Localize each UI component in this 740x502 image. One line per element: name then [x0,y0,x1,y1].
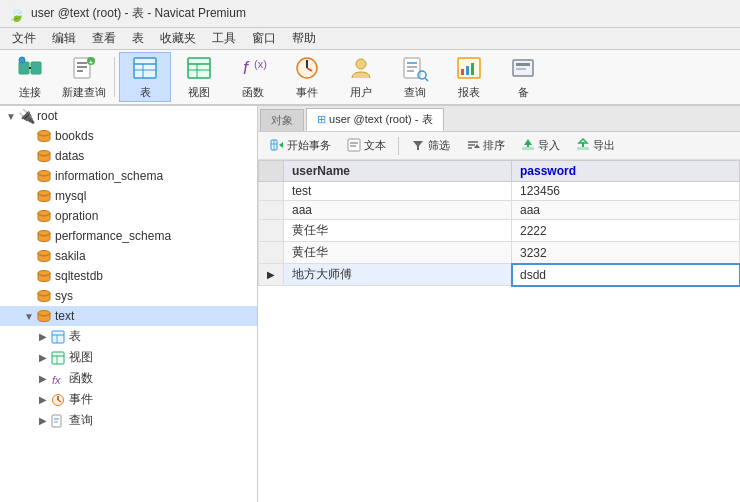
toolbar-btn-function[interactable]: f(x)函数 [227,52,279,102]
menu-item-帮助[interactable]: 帮助 [284,28,324,49]
cell-username-1[interactable]: aaa [284,201,512,220]
export-btn-icon [576,138,590,154]
cell-password-1[interactable]: aaa [512,201,740,220]
cell-username-2[interactable]: 黄任华 [284,220,512,242]
db-label-text: text [55,309,74,323]
window-title: user @text (root) - 表 - Navicat Premium [31,5,246,22]
menu-item-查看[interactable]: 查看 [84,28,124,49]
sidebar-text-table[interactable]: ▶表 [0,326,257,347]
table-row[interactable]: aaaaaa [259,201,740,220]
menu-item-表[interactable]: 表 [124,28,152,49]
sidebar-text-function[interactable]: ▶fx函数 [0,368,257,389]
function-icon: f(x) [239,54,267,82]
sidebar-db-sqltestdb[interactable]: ▶sqltestdb [0,266,257,286]
sidebar-text-query[interactable]: ▶查询 [0,410,257,431]
tab-table-label: user @text (root) - 表 [329,113,432,125]
type-icon-function: fx [50,371,66,387]
cell-password-0[interactable]: 123456 [512,182,740,201]
svg-text:+: + [89,58,94,67]
col-header-password[interactable]: password [512,161,740,182]
sub-btn-export-btn[interactable]: 导出 [570,136,621,156]
main-layout: ▼🔌root▶bookds▶datas▶information_schema▶m… [0,106,740,502]
sub-btn-import-btn[interactable]: 导入 [515,136,566,156]
svg-rect-14 [188,58,210,78]
sidebar-db-sakila[interactable]: ▶sakila [0,246,257,266]
arrow-text-view: ▶ [36,352,50,363]
sidebar-db-opration[interactable]: ▶opration [0,206,257,226]
toolbar-btn-connect[interactable]: 连接 [4,52,56,102]
table-row[interactable]: 黄任华3232 [259,242,740,264]
sidebar-db-text[interactable]: ▼text [0,306,257,326]
svg-text:f: f [243,58,250,78]
db-icon-datas [36,148,52,164]
toolbar-btn-query[interactable]: 查询 [389,52,441,102]
sub-btn-filter-btn[interactable]: 筛选 [405,136,456,156]
sub-btn-sort-btn[interactable]: 排序 [460,136,511,156]
svg-rect-77 [582,142,584,147]
toolbar-btn-label-function: 函数 [242,85,264,100]
cell-password-4[interactable]: dsdd [512,264,740,286]
svg-point-43 [38,251,50,256]
db-icon-sqltestdb [36,268,52,284]
toolbar-btn-label-event: 事件 [296,85,318,100]
toolbar-btn-table[interactable]: 表 [119,52,171,102]
backup-icon [509,54,537,82]
sidebar-db-mysql[interactable]: ▶mysql [0,186,257,206]
toolbar-btn-view[interactable]: 视图 [173,52,225,102]
sidebar-db-datas[interactable]: ▶datas [0,146,257,166]
menu-item-编辑[interactable]: 编辑 [44,28,84,49]
svg-rect-31 [461,69,464,75]
svg-point-3 [19,57,25,63]
svg-marker-73 [524,139,532,145]
tab-table-icon: ⊞ [317,113,326,125]
col-header-userName[interactable]: userName [284,161,512,182]
toolbar-btn-label-new-query: 新建查询 [62,85,106,100]
sidebar-text-event[interactable]: ▶事件 [0,389,257,410]
cell-password-2[interactable]: 2222 [512,220,740,242]
sidebar-db-sys[interactable]: ▶sys [0,286,257,306]
svg-rect-72 [522,147,534,150]
toolbar-btn-label-connect: 连接 [19,85,41,100]
type-icon-view [50,350,66,366]
sidebar-db-information_schema[interactable]: ▶information_schema [0,166,257,186]
export-btn-label: 导出 [593,138,615,153]
sidebar-text-view[interactable]: ▶视图 [0,347,257,368]
type-label-event: 事件 [69,391,93,408]
tab-user-table[interactable]: ⊞ user @text (root) - 表 [306,108,444,131]
menu-item-窗口[interactable]: 窗口 [244,28,284,49]
table-row[interactable]: test123456 [259,182,740,201]
tab-object[interactable]: 对象 [260,109,304,131]
table-row[interactable]: ▶地方大师傅dsdd [259,264,740,286]
menu-item-收藏夹[interactable]: 收藏夹 [152,28,204,49]
sidebar-root[interactable]: ▼🔌root [0,106,257,126]
sub-btn-begin-transaction[interactable]: 开始事务 [264,136,337,156]
type-icon-event [50,392,66,408]
table-row[interactable]: 黄任华2222 [259,220,740,242]
toolbar-btn-event[interactable]: 事件 [281,52,333,102]
filter-btn-icon [411,138,425,154]
svg-text:fx: fx [52,374,61,386]
table-container: userNamepassword test123456aaaaaa黄任华2222… [258,160,740,502]
cell-username-0[interactable]: test [284,182,512,201]
db-label-opration: opration [55,209,98,223]
svg-point-37 [38,131,50,136]
toolbar-btn-report[interactable]: 报表 [443,52,495,102]
connect-icon [16,54,44,82]
menu-item-工具[interactable]: 工具 [204,28,244,49]
sidebar-db-bookds[interactable]: ▶bookds [0,126,257,146]
cell-username-3[interactable]: 黄任华 [284,242,512,264]
import-btn-label: 导入 [538,138,560,153]
cell-username-4[interactable]: 地方大师傅 [284,264,512,286]
toolbar-btn-backup[interactable]: 备 [497,52,549,102]
cell-password-3[interactable]: 3232 [512,242,740,264]
sub-separator-1 [398,137,399,155]
sidebar-db-performance_schema[interactable]: ▶performance_schema [0,226,257,246]
toolbar-btn-new-query[interactable]: +新建查询 [58,52,110,102]
sub-btn-text-btn[interactable]: 文本 [341,136,392,156]
arrow-text-event: ▶ [36,394,50,405]
tab-bar: 对象⊞ user @text (root) - 表 [258,106,740,132]
toolbar-btn-user[interactable]: 用户 [335,52,387,102]
arrow-text-query: ▶ [36,415,50,426]
menu-item-文件[interactable]: 文件 [4,28,44,49]
db-label-information_schema: information_schema [55,169,163,183]
